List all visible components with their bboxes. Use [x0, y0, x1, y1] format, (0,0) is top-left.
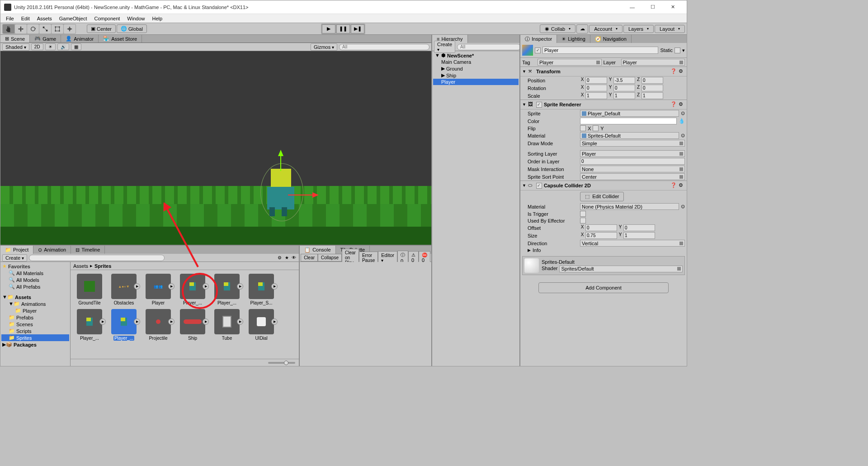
sprite-renderer-enabled[interactable]	[536, 102, 542, 108]
is-trigger-checkbox[interactable]	[580, 211, 586, 217]
fav-models[interactable]: 🔍 All Models	[1, 276, 69, 283]
gizmo-y-axis[interactable]	[280, 155, 281, 171]
direction-dropdown[interactable]: Vertical	[580, 240, 685, 247]
hand-tool[interactable]	[3, 24, 14, 33]
expand-icon[interactable]: ▶	[203, 283, 209, 290]
expand-icon[interactable]: ▶	[99, 319, 106, 325]
gizmos-dropdown[interactable]: Gizmos ▾	[311, 43, 337, 51]
hier-ground[interactable]: ▶ Ground	[433, 65, 519, 72]
tag-dropdown[interactable]: Player	[538, 59, 602, 66]
pause-button[interactable]: ❚❚	[336, 24, 350, 33]
rot-y-input[interactable]	[613, 85, 635, 91]
asset-item[interactable]: ▶Projectile	[143, 309, 174, 341]
static-checkbox[interactable]	[675, 48, 680, 53]
scale-y-input[interactable]	[613, 92, 635, 99]
scale-x-input[interactable]	[585, 92, 607, 99]
help-icon[interactable]: ❓	[670, 101, 677, 108]
sprite-field[interactable]: Player_Default	[580, 110, 679, 117]
offset-y-input[interactable]	[623, 224, 655, 231]
rot-z-input[interactable]	[642, 85, 663, 91]
material-preview[interactable]: Sprites-Default ShaderSprites/Default	[522, 256, 685, 275]
draw-mode-dropdown[interactable]: Simple	[580, 140, 685, 147]
asset-item[interactable]: ▶Ship	[177, 309, 208, 341]
layers-dropdown[interactable]: Layers	[623, 25, 654, 33]
transform-component-header[interactable]: ▼ ⤧ Transform ❓ ⚙	[520, 67, 687, 76]
console-collapse[interactable]: Collapse	[318, 254, 342, 262]
tab-animator[interactable]: 👤 Animator	[61, 35, 99, 43]
pos-z-input[interactable]	[642, 77, 663, 84]
layer-dropdown[interactable]: Player	[621, 59, 685, 66]
gameobject-icon[interactable]	[522, 45, 533, 56]
fav-materials[interactable]: 🔍 All Materials	[1, 270, 69, 276]
asset-thumbnail[interactable]: ▲●×▼▶	[111, 274, 137, 299]
gameobject-name-input[interactable]	[542, 47, 658, 54]
tab-lighting[interactable]: ☀ Lighting	[557, 35, 590, 43]
expand-icon[interactable]: ▶	[203, 319, 209, 325]
asset-item[interactable]: 👥👥▶Player	[143, 274, 174, 305]
menu-edit[interactable]: Edit	[18, 15, 33, 22]
asset-thumbnail[interactable]: ▶	[77, 309, 102, 334]
order-input[interactable]	[580, 158, 685, 165]
account-dropdown[interactable]: Account	[589, 25, 623, 33]
player-sprite[interactable]	[263, 169, 299, 219]
flip-y-checkbox[interactable]	[593, 125, 599, 131]
asset-thumbnail[interactable]	[77, 274, 102, 299]
asset-thumbnail[interactable]: ▶	[249, 309, 274, 334]
mask-dropdown[interactable]: None	[580, 166, 685, 172]
rect-tool[interactable]	[52, 24, 63, 33]
expand-icon[interactable]: ▶	[271, 283, 278, 290]
scene-search-input[interactable]	[339, 44, 429, 50]
expand-icon[interactable]: ▶	[237, 283, 243, 290]
asset-item[interactable]: ▲●×▼▶Obstacles	[108, 274, 139, 305]
scale-tool[interactable]	[39, 24, 51, 33]
tab-asset-store[interactable]: 🏪 Asset Store	[99, 35, 142, 43]
physics-material-field[interactable]: None (Physics Material 2D)	[580, 203, 679, 210]
breadcrumb-sprites[interactable]: Sprites	[94, 263, 111, 269]
menu-window[interactable]: Window	[123, 15, 148, 22]
active-checkbox[interactable]	[535, 48, 541, 53]
minimize-button[interactable]: —	[622, 1, 642, 14]
menu-file[interactable]: File	[2, 15, 18, 22]
eyedropper-icon[interactable]: 💧	[679, 118, 685, 124]
rot-x-input[interactable]	[585, 85, 607, 91]
breadcrumb-assets[interactable]: Assets	[73, 263, 88, 269]
size-x-input[interactable]	[585, 232, 617, 239]
asset-thumbnail[interactable]: ▶	[180, 309, 205, 334]
tab-console[interactable]: 📋 Console	[300, 246, 335, 254]
help-icon[interactable]: ❓	[670, 68, 677, 75]
fx-toggle-icon[interactable]: ▦	[71, 43, 81, 50]
folder-prefabs[interactable]: 📁 Prefabs	[1, 314, 69, 321]
expand-icon[interactable]: ▶	[271, 319, 278, 325]
folder-scenes[interactable]: 📁 Scenes	[1, 321, 69, 328]
asset-item[interactable]: ▶Player_...	[212, 274, 242, 305]
transform-tool[interactable]	[64, 24, 75, 33]
thumbnail-size-slider[interactable]	[268, 362, 295, 364]
asset-thumbnail[interactable]: ▶	[214, 309, 240, 334]
pos-y-input[interactable]	[613, 77, 635, 84]
tab-navigation[interactable]: 🧭 Navigation	[590, 35, 632, 43]
hierarchy-search-input[interactable]	[457, 44, 521, 50]
color-field[interactable]	[580, 118, 677, 124]
step-button[interactable]: ▶❚	[351, 24, 364, 33]
object-picker-icon[interactable]: ⊙	[681, 133, 685, 138]
console-clear[interactable]: Clear	[301, 254, 318, 262]
flip-x-checkbox[interactable]	[580, 125, 586, 131]
asset-thumbnail[interactable]: 👥👥▶	[146, 274, 171, 299]
pivot-toggle[interactable]: ▣ Center	[87, 24, 116, 33]
hier-ship[interactable]: ▶ Ship	[433, 72, 519, 79]
collab-dropdown[interactable]: ◉ Collab	[540, 24, 576, 33]
asset-item[interactable]: ▶Player_S...	[246, 274, 277, 305]
expand-icon[interactable]: ▶	[134, 319, 140, 325]
scale-z-input[interactable]	[642, 92, 663, 99]
asset-thumbnail[interactable]: ▶	[180, 274, 205, 299]
asset-item[interactable]: ▶UIDial	[246, 309, 277, 341]
edit-collider-button[interactable]: ⬚ Edit Collider	[580, 192, 624, 201]
offset-x-input[interactable]	[585, 224, 617, 231]
play-button[interactable]: ▶	[322, 24, 335, 33]
asset-item[interactable]: ▶Player_...	[74, 309, 105, 341]
gizmo-y-arrow-icon[interactable]	[278, 150, 283, 156]
capsule-collider-header[interactable]: ▼ ⬭ Capsule Collider 2D ❓ ⚙	[520, 181, 687, 190]
project-search-input[interactable]	[29, 255, 165, 261]
expand-icon[interactable]: ▶	[134, 283, 140, 290]
rotate-tool[interactable]	[27, 24, 39, 33]
